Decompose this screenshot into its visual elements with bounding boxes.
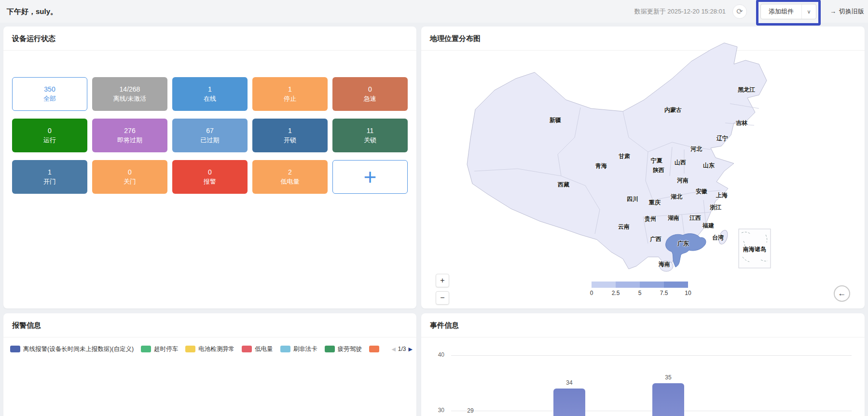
status-tile[interactable]: 1停止 [252,77,328,111]
legend-item[interactable]: 出区 [369,345,380,353]
pager-prev-icon[interactable]: ◀ [391,346,395,352]
china-map[interactable] [421,27,865,309]
legend-label: 超时停车 [154,345,178,353]
map-region-taiwan[interactable] [717,229,729,245]
tile-value: 1 [208,85,212,94]
map-back-button[interactable]: ← [834,285,850,302]
y-axis-tick-label: 30 [425,407,444,414]
greeting-text: 下午好，suly。 [7,0,57,23]
tile-label: 急速 [364,94,376,103]
status-tile[interactable]: 2低电量 [252,160,328,194]
colorbar-tick-label: 0 [590,290,593,296]
switch-old-version-label[interactable]: 切换旧版 [839,7,864,16]
tile-label: 停止 [284,94,296,103]
chevron-down-icon[interactable]: ∨ [801,4,816,19]
tile-value: 0 [48,126,52,135]
legend-label: 离线报警(设备长时间未上报数据)(自定义) [23,345,134,353]
arrow-right-icon: → [830,8,836,15]
status-tile[interactable]: 67已过期 [172,119,248,152]
legend-swatch [325,346,335,352]
tile-label: 离线/未激活 [113,94,147,103]
status-tile[interactable]: 0报警 [172,160,248,194]
chart-gridline [451,355,852,356]
legend-swatch [280,346,290,352]
tile-value: 14/268 [120,85,140,94]
legend-swatch [369,346,379,352]
add-status-tile-button[interactable]: + [332,160,408,194]
china-map-area: 新疆内蒙古黑龙江吉林辽宁河北山西山东甘肃宁夏陕西青海河南西藏四川重庆湖北安徽上海… [421,51,865,309]
tile-label: 已过期 [201,135,220,145]
legend-item[interactable]: 离线报警(设备长时间未上报数据)(自定义) [10,345,134,353]
event-info-panel: 事件信息 4030293435 [421,313,865,416]
bar [652,383,684,416]
tile-value: 1 [288,85,292,94]
bar-value-label: 34 [553,379,585,386]
legend-label: 疲劳驾驶 [338,345,362,353]
legend-item[interactable]: 低电量 [242,345,273,353]
colorbar-segment [616,282,640,288]
add-component-button[interactable]: 添加组件 ∨ [760,4,816,19]
legend-swatch [185,346,195,352]
visualmap-ticks: 02.557.510 [592,290,688,297]
colorbar-segment [664,282,688,288]
colorbar-segment [640,282,664,288]
alarm-info-title: 报警信息 [3,313,416,337]
map-zoom-out-button[interactable]: − [436,291,449,305]
tile-label: 运行 [43,135,56,145]
y-axis-tick-label: 40 [425,351,444,358]
status-tile[interactable]: 0运行 [12,119,87,152]
status-tile[interactable]: 0急速 [332,77,408,111]
status-tile[interactable]: 0关门 [92,160,167,194]
tile-value: 11 [367,126,374,135]
bar-value-label: 35 [652,374,684,381]
status-tile[interactable]: 1在线 [172,77,248,111]
legend-label: 低电量 [255,345,273,353]
visualmap-colorbar [592,282,688,288]
tile-label: 开门 [43,177,56,186]
legend-label: 刷非法卡 [293,345,317,353]
status-tile[interactable]: 14/268离线/未激活 [92,77,167,111]
tile-label: 低电量 [281,177,300,186]
add-component-wrapper: 添加组件 ∨ [760,4,816,19]
legend-item[interactable]: 刷非法卡 [280,345,317,353]
status-tile[interactable]: 1开门 [12,160,87,194]
legend-swatch [242,346,252,352]
alarm-legend: 离线报警(设备长时间未上报数据)(自定义)超时停车电池检测异常低电量刷非法卡疲劳… [10,344,380,354]
arrow-left-icon: ← [838,289,846,298]
data-updated-text: 数据更新于 2025-12-20 15:28:01 [634,7,726,16]
tile-label: 在线 [204,94,216,103]
chart-gridline [451,411,852,411]
status-tile-grid: 350全部14/268离线/未激活1在线1停止0急速0运行276即将过期67已过… [12,77,408,194]
refresh-icon[interactable]: ⟳ [732,4,747,19]
map-region-hainan[interactable] [660,261,673,271]
colorbar-tick-label: 10 [685,290,691,296]
south-sea-inset [739,229,771,268]
colorbar-tick-label: 7.5 [660,290,668,296]
tile-label: 开锁 [284,135,296,145]
legend-swatch [141,346,151,352]
tile-value: 0 [128,168,132,177]
legend-item[interactable]: 疲劳驾驶 [325,345,362,353]
bar-value-label: 29 [455,407,486,414]
tile-label: 关门 [124,177,136,186]
status-tile[interactable]: 1开锁 [252,119,328,152]
status-tile[interactable]: 11关锁 [332,119,408,152]
tile-value: 276 [124,126,135,135]
colorbar-tick-label: 2.5 [612,290,620,296]
geo-distribution-panel: 地理位置分布图 [421,27,865,309]
map-zoom-in-button[interactable]: + [436,274,449,287]
legend-item[interactable]: 超时停车 [141,345,178,353]
add-component-label[interactable]: 添加组件 [761,4,801,19]
topbar-actions: 数据更新于 2025-12-20 15:28:01 ⟳ 添加组件 ∨ → 切换旧… [634,0,864,23]
tile-label: 报警 [204,177,216,186]
status-tile[interactable]: 350全部 [12,77,87,111]
pager-page-indicator: 1/3 [398,346,406,352]
status-tile[interactable]: 276即将过期 [92,119,167,152]
tile-value: 0 [208,168,212,177]
switch-old-version-link[interactable]: → 切换旧版 [830,7,864,16]
pager-next-icon[interactable]: ▶ [409,346,413,352]
top-bar: 下午好，suly。 数据更新于 2025-12-20 15:28:01 ⟳ 添加… [0,0,868,23]
legend-pager: ◀ 1/3 ▶ [391,344,413,354]
legend-item[interactable]: 电池检测异常 [185,345,234,353]
bar [553,389,585,416]
